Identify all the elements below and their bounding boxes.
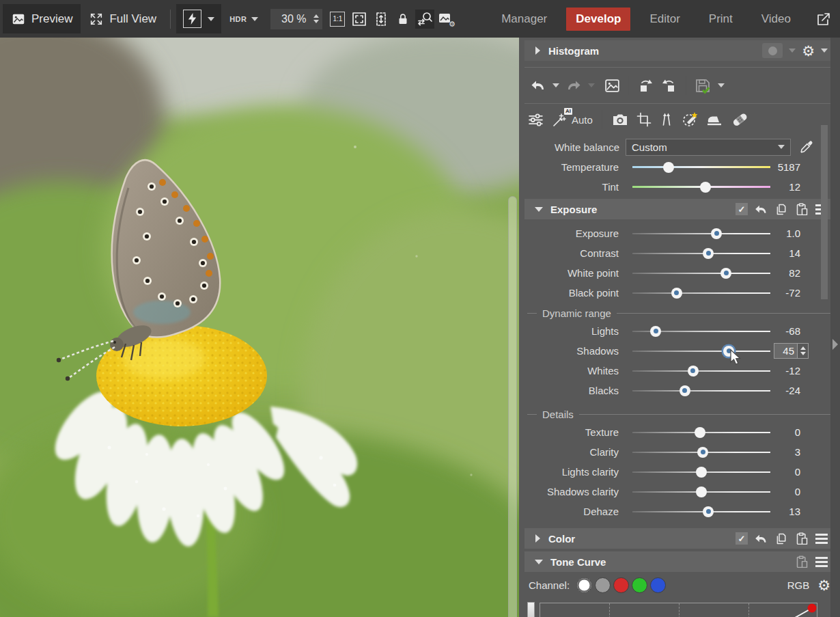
undo-button[interactable]	[530, 77, 546, 94]
module-tab-editor[interactable]: Editor	[640, 8, 689, 31]
slider-track[interactable]	[632, 248, 770, 259]
slider-track[interactable]	[632, 486, 770, 497]
slider-track[interactable]	[632, 162, 770, 173]
slider-thumb[interactable]	[671, 288, 682, 299]
white-balance-dropdown[interactable]: Custom	[626, 139, 791, 156]
white-balance-eyedropper-icon[interactable]	[799, 139, 814, 154]
module-tab-develop[interactable]: Develop	[566, 8, 630, 31]
redo-button[interactable]	[565, 77, 582, 94]
slider-track[interactable]	[632, 366, 770, 376]
color-enabled-checkbox[interactable]: ✓	[736, 532, 748, 545]
tone-curve-section-header[interactable]: Tone Curve	[524, 551, 835, 572]
exposure-copy-icon[interactable]	[774, 202, 789, 217]
undo-caret-icon[interactable]	[552, 83, 559, 87]
fit-height-button[interactable]	[372, 10, 391, 29]
exposure-reset-icon[interactable]	[754, 202, 768, 217]
rotate-left-button[interactable]	[636, 77, 654, 94]
straighten-tool-icon[interactable]	[659, 111, 674, 128]
full-view-button[interactable]: Full View	[81, 4, 165, 33]
color-reset-icon[interactable]	[754, 532, 768, 546]
exposure-paste-icon[interactable]	[795, 202, 809, 217]
slider-thumb[interactable]	[711, 228, 722, 239]
slider-track[interactable]	[632, 467, 770, 478]
slider-thumb[interactable]	[696, 467, 707, 478]
quick-edits-button[interactable]	[176, 4, 221, 33]
slider-track[interactable]	[632, 506, 770, 517]
overlay-caret-icon[interactable]	[789, 49, 796, 53]
photo-preview-canvas[interactable]	[0, 38, 519, 617]
channel-gray-button[interactable]	[595, 577, 611, 593]
module-tab-manager[interactable]: Manager	[492, 8, 557, 31]
slider-thumb[interactable]	[650, 326, 661, 337]
external-window-icon[interactable]	[814, 10, 833, 29]
slider-thumb[interactable]	[697, 447, 708, 458]
channel-blue-button[interactable]	[650, 577, 666, 593]
channel-white-button[interactable]	[576, 577, 592, 593]
tone-curve-paste-icon[interactable]	[795, 555, 809, 569]
slider-track[interactable]	[632, 385, 770, 396]
histogram-gear-caret-icon[interactable]	[821, 49, 828, 53]
preview-button[interactable]: Preview	[3, 4, 81, 33]
color-copy-icon[interactable]	[774, 532, 789, 546]
preview-settings-icon[interactable]: ⚙	[437, 10, 456, 29]
slider-track[interactable]	[632, 228, 770, 239]
compare-zoom-button[interactable]	[415, 10, 434, 29]
image-vertical-scrollbar[interactable]	[508, 196, 517, 617]
original-image-button[interactable]	[604, 77, 621, 94]
color-paste-icon[interactable]	[795, 532, 809, 546]
exposure-section-header[interactable]: Exposure ✓	[524, 199, 835, 219]
color-menu-icon[interactable]	[815, 534, 828, 544]
slider-thumb[interactable]	[695, 427, 705, 438]
histogram-gear-icon[interactable]: ⚙	[802, 44, 815, 58]
overlay-circle-button[interactable]	[762, 43, 783, 58]
slider-track[interactable]	[632, 182, 770, 193]
panel-scrollbar[interactable]	[821, 125, 828, 299]
slider-thumb[interactable]	[720, 268, 731, 279]
adjustments-tool-icon[interactable]	[527, 111, 544, 128]
slider-thumb[interactable]	[663, 162, 674, 173]
color-section-header[interactable]: Color ✓	[524, 528, 835, 549]
tone-curve-gear-icon[interactable]: ⚙	[817, 578, 830, 592]
slider-thumb[interactable]	[703, 248, 714, 259]
save-caret-icon[interactable]	[718, 83, 725, 87]
crop-tool-icon[interactable]	[636, 111, 652, 128]
slider-thumb[interactable]	[688, 366, 699, 376]
zoom-level-control[interactable]: 30 %	[270, 9, 322, 29]
slider-track[interactable]	[632, 447, 770, 458]
slider-thumb[interactable]	[696, 486, 707, 497]
iron-smooth-tool-icon[interactable]	[705, 111, 724, 128]
lock-icon[interactable]	[393, 10, 412, 29]
zoom-stepper[interactable]	[310, 14, 322, 23]
exposure-enabled-checkbox[interactable]: ✓	[736, 203, 748, 215]
module-tab-print[interactable]: Print	[699, 8, 742, 31]
camera-raw-tool-icon[interactable]	[611, 111, 629, 128]
channel-red-button[interactable]	[613, 577, 629, 593]
ai-auto-enhance-button[interactable]: AI	[551, 111, 568, 128]
zoom-1to1-button[interactable]: 1:1	[328, 10, 347, 29]
panel-collapse-rail[interactable]	[830, 38, 840, 617]
channel-green-button[interactable]	[632, 577, 647, 593]
save-button[interactable]	[694, 77, 712, 94]
healing-bandaid-tool-icon[interactable]	[731, 111, 749, 128]
slider-track[interactable]	[632, 427, 770, 438]
histogram-header[interactable]: Histogram ⚙	[524, 40, 835, 61]
hdr-button[interactable]: HDR	[221, 4, 266, 33]
slider-thumb[interactable]	[703, 506, 714, 517]
slider-thumb[interactable]	[700, 182, 711, 193]
redo-caret-icon[interactable]	[588, 83, 595, 87]
filter-brush-tool-icon[interactable]	[681, 111, 699, 128]
slider-track[interactable]	[632, 346, 770, 357]
shadows-value-spinbox[interactable]: 45	[774, 343, 809, 359]
slider-track[interactable]	[632, 326, 770, 337]
curve-plot[interactable]	[540, 603, 817, 617]
tone-curve-editor[interactable]	[519, 599, 840, 617]
slider-track[interactable]	[632, 268, 770, 279]
slider-thumb[interactable]	[680, 385, 690, 396]
collapse-right-icon	[535, 534, 540, 543]
spinbox-stepper[interactable]	[797, 344, 808, 358]
tone-curve-menu-icon[interactable]	[815, 557, 828, 567]
slider-track[interactable]	[632, 288, 770, 299]
rotate-right-button[interactable]	[660, 77, 678, 94]
module-tab-video[interactable]: Video	[752, 8, 800, 31]
fit-to-screen-button[interactable]	[350, 10, 369, 29]
